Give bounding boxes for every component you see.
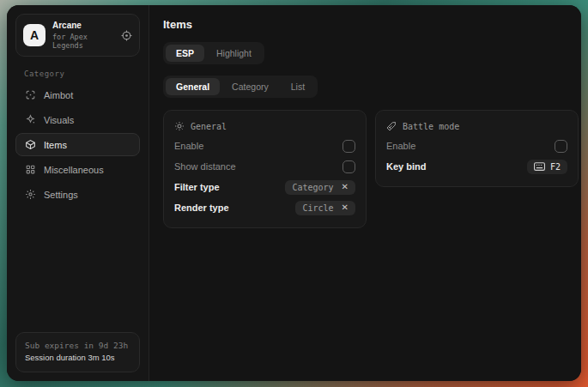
battle-enable-checkbox[interactable] <box>555 140 567 153</box>
sparkle-icon <box>25 114 36 125</box>
sub-expires-text: Sub expires in 9d 23h <box>25 340 130 353</box>
setting-row-enable: Enable <box>174 136 355 156</box>
setting-label: Key bind <box>386 161 426 172</box>
tab-esp[interactable]: ESP <box>166 45 204 62</box>
remove-tag-icon[interactable]: ✕ <box>342 203 349 212</box>
brand-text: Arcane for Apex Legends <box>52 21 114 50</box>
box-icon <box>25 139 36 150</box>
sidebar-item-label: Settings <box>44 190 78 200</box>
tag-value: Circle <box>302 203 333 213</box>
tab-highlight[interactable]: Highlight <box>206 45 262 62</box>
brand-card: A Arcane for Apex Legends <box>15 14 140 57</box>
setting-label: Enable <box>386 141 415 151</box>
battle-mode-panel: Battle mode Enable Key bind <box>375 110 579 187</box>
view-tab-group: General Category List <box>163 76 318 98</box>
target-icon[interactable] <box>121 30 132 41</box>
gear-icon <box>25 189 36 200</box>
filter-type-tag[interactable]: Category ✕ <box>285 180 355 195</box>
remove-tag-icon[interactable]: ✕ <box>342 183 349 191</box>
setting-row-enable: Enable <box>386 136 567 156</box>
setting-label: Show distance <box>174 161 236 172</box>
sidebar-item-label: Visuals <box>44 115 74 125</box>
show-distance-checkbox[interactable] <box>342 160 355 173</box>
sidebar-item-aimbot[interactable]: Aimbot <box>15 83 140 106</box>
tab-general[interactable]: General <box>166 78 220 95</box>
sidebar-nav: Aimbot Visuals Items <box>15 83 140 206</box>
tag-value: Category <box>292 183 333 192</box>
crosshair-icon <box>25 89 36 100</box>
session-duration-text: Session duration 3m 10s <box>25 352 130 365</box>
tab-list[interactable]: List <box>281 78 315 95</box>
setting-row-show-distance: Show distance <box>174 156 355 177</box>
sword-icon <box>386 121 397 131</box>
subscription-info-card: Sub expires in 9d 23h Session duration 3… <box>15 332 140 372</box>
sidebar-item-miscellaneous[interactable]: Miscellaneous <box>15 158 140 181</box>
sidebar-item-settings[interactable]: Settings <box>15 183 140 206</box>
panel-title: Battle mode <box>403 122 459 131</box>
sidebar-item-visuals[interactable]: Visuals <box>15 108 140 131</box>
sun-icon <box>174 121 185 131</box>
app-logo: A <box>23 24 45 46</box>
sidebar-item-label: Items <box>44 140 67 150</box>
sidebar-category-label: Category <box>24 70 140 78</box>
main-content: Items ESP Highlight General Category Lis… <box>149 5 581 381</box>
setting-label: Filter type <box>174 182 220 192</box>
general-panel: General Enable Show distance Filter type… <box>163 110 367 228</box>
app-name: Arcane <box>52 21 114 31</box>
enable-checkbox[interactable] <box>342 140 355 153</box>
app-window: A Arcane for Apex Legends Category <box>7 5 581 381</box>
app-subtitle: for Apex Legends <box>52 33 114 50</box>
sidebar-item-label: Miscellaneous <box>44 165 104 175</box>
mode-tab-group: ESP Highlight <box>163 42 264 64</box>
keyboard-icon <box>534 162 545 171</box>
key-bind-button[interactable]: F2 <box>527 160 567 174</box>
tab-category[interactable]: Category <box>221 78 279 95</box>
setting-label: Enable <box>174 141 203 151</box>
setting-row-render-type: Render type Circle ✕ <box>174 197 355 218</box>
sidebar-item-label: Aimbot <box>44 90 73 100</box>
render-type-tag[interactable]: Circle ✕ <box>295 201 355 215</box>
key-bind-value: F2 <box>550 162 561 172</box>
panel-title: General <box>191 122 227 131</box>
grid-icon <box>25 164 36 175</box>
sidebar: A Arcane for Apex Legends Category <box>7 5 149 381</box>
setting-row-filter-type: Filter type Category ✕ <box>174 177 355 197</box>
page-title: Items <box>163 18 579 31</box>
sidebar-item-items[interactable]: Items <box>15 133 140 156</box>
setting-row-key-bind: Key bind F2 <box>386 156 567 177</box>
setting-label: Render type <box>174 203 229 213</box>
